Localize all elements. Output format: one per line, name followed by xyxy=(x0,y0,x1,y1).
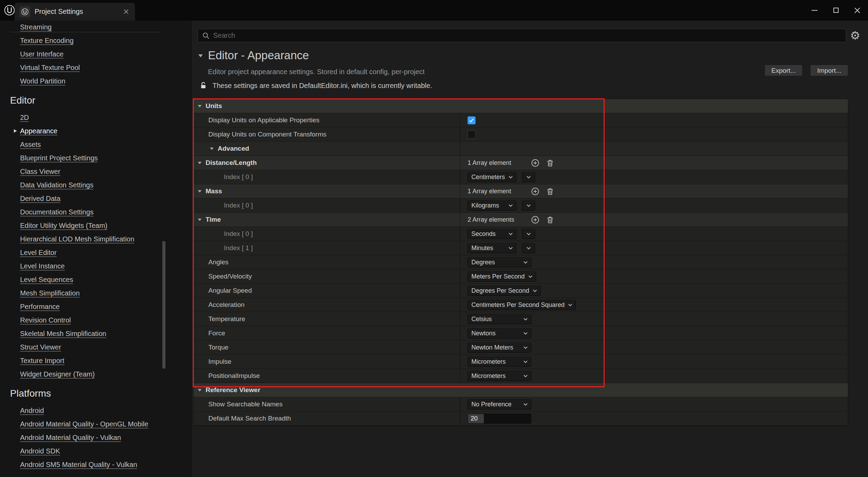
settings-row-units[interactable]: Units xyxy=(193,99,848,113)
checkbox-display-units-on-applicable-properties[interactable] xyxy=(468,116,476,124)
element-options-dropdown[interactable] xyxy=(522,201,535,211)
sidebar-item-assets[interactable]: Assets xyxy=(20,138,41,151)
torque-dropdown[interactable]: Newton Meters xyxy=(468,343,531,353)
sidebar-item-level-sequences[interactable]: Level Sequences xyxy=(20,273,73,286)
add-array-element-icon[interactable] xyxy=(531,158,540,168)
settings-row-angular-speed: Angular SpeedDegrees Per Second xyxy=(193,284,848,298)
settings-row-reference-viewer[interactable]: Reference Viewer xyxy=(193,383,848,397)
sidebar-item-2d[interactable]: 2D xyxy=(20,111,29,124)
search-bar xyxy=(198,29,846,42)
sidebar-item-documentation-settings[interactable]: Documentation Settings xyxy=(20,205,93,219)
add-array-element-icon[interactable] xyxy=(531,187,540,196)
config-file-note: These settings are saved in DefaultEdito… xyxy=(199,81,432,90)
positionalimpulse-dropdown[interactable]: Micrometers xyxy=(468,371,531,381)
row-value-cell xyxy=(460,142,848,156)
settings-row-advanced[interactable]: Advanced xyxy=(193,142,848,156)
minimize-button[interactable] xyxy=(808,4,821,17)
sidebar-item-level-editor[interactable]: Level Editor xyxy=(20,246,57,259)
speed-velocity-dropdown[interactable]: Meters Per Second xyxy=(468,272,536,282)
sidebar-item-android-sdk[interactable]: Android SDK xyxy=(20,444,60,458)
sidebar-item-revision-control[interactable]: Revision Control xyxy=(20,313,71,327)
row-label: Impulse xyxy=(208,358,232,365)
temperature-dropdown[interactable]: Celsius xyxy=(468,314,531,324)
sidebar-item-class-viewer[interactable]: Class Viewer xyxy=(20,165,60,178)
collapse-caret-icon[interactable] xyxy=(197,388,202,392)
seconds-dropdown[interactable]: Seconds xyxy=(468,229,516,239)
row-value-cell: 20 xyxy=(460,412,848,425)
angles-dropdown[interactable]: Degrees xyxy=(468,257,531,267)
unreal-engine-logo-icon xyxy=(3,4,16,16)
tab-title: Project Settings xyxy=(35,8,118,16)
selected-option-label: Minutes xyxy=(471,245,493,252)
element-options-dropdown[interactable] xyxy=(522,229,535,239)
delete-array-icon[interactable] xyxy=(545,158,555,168)
check-icon xyxy=(469,118,474,123)
default-max-search-breadth-input[interactable]: 20 xyxy=(468,414,531,424)
number-value: 20 xyxy=(468,414,484,423)
delete-array-icon[interactable] xyxy=(545,215,555,224)
tab-close-icon[interactable] xyxy=(122,8,130,16)
collapse-caret-icon[interactable] xyxy=(197,104,202,108)
angular-speed-dropdown[interactable]: Degrees Per Second xyxy=(468,286,541,296)
maximize-button[interactable] xyxy=(829,4,842,17)
sidebar-item-android-material-quality-opengl-mobile[interactable]: Android Material Quality - OpenGL Mobile xyxy=(20,417,148,431)
section-collapse-caret-icon[interactable] xyxy=(198,53,204,59)
sidebar-item-editor-utility-widgets-team[interactable]: Editor Utility Widgets (Team) xyxy=(20,219,107,232)
sidebar-item-derived-data[interactable]: Derived Data xyxy=(20,192,61,205)
chevron-down-icon xyxy=(508,204,513,207)
add-array-element-icon[interactable] xyxy=(531,215,540,224)
minutes-dropdown[interactable]: Minutes xyxy=(468,243,516,253)
sidebar-item-texture-import[interactable]: Texture Import xyxy=(20,354,64,368)
selected-option-label: Micrometers xyxy=(471,358,506,365)
force-dropdown[interactable]: Newtons xyxy=(468,328,531,338)
sidebar-item-texture-encoding[interactable]: Texture Encoding xyxy=(20,34,74,47)
show-searchable-names-dropdown[interactable]: No Preference xyxy=(468,399,531,409)
sidebar-item-android-material-quality-vulkan[interactable]: Android Material Quality - Vulkan xyxy=(20,431,121,444)
sidebar-item-skeletal-mesh-simplification[interactable]: Skeletal Mesh Simplification xyxy=(20,327,106,341)
settings-row-distance-length[interactable]: Distance/Length1 Array element xyxy=(193,156,848,170)
sidebar-item-virtual-texture-pool[interactable]: Virtual Texture Pool xyxy=(20,61,80,74)
sidebar-separator xyxy=(10,32,161,32)
row-label-cell: Impulse xyxy=(193,355,460,369)
sidebar-item-widget-designer-team[interactable]: Widget Designer (Team) xyxy=(20,368,95,381)
sidebar-item-blueprint-project-settings[interactable]: Blueprint Project Settings xyxy=(20,151,98,165)
kilograms-dropdown[interactable]: Kilograms xyxy=(468,201,516,211)
impulse-dropdown[interactable]: Micrometers xyxy=(468,357,531,367)
sidebar-item-appearance[interactable]: Appearance xyxy=(20,124,57,138)
sidebar-item-data-validation-settings[interactable]: Data Validation Settings xyxy=(20,178,93,192)
checkbox-display-units-on-component-transforms[interactable] xyxy=(468,131,476,139)
collapse-caret-icon[interactable] xyxy=(197,160,202,165)
sidebar-item-android[interactable]: Android xyxy=(20,404,44,417)
chevron-down-icon xyxy=(528,275,533,278)
search-input[interactable] xyxy=(213,32,842,39)
close-icon xyxy=(854,7,860,14)
sidebar-scrollbar-thumb[interactable] xyxy=(162,241,165,369)
window-content: StreamingTexture EncodingUser InterfaceV… xyxy=(0,20,868,477)
close-button[interactable] xyxy=(851,4,864,17)
sidebar-item-level-instance[interactable]: Level Instance xyxy=(20,259,65,273)
sidebar-item-struct-viewer[interactable]: Struct Viewer xyxy=(20,341,61,354)
row-value-cell: 2 Array elements xyxy=(460,213,848,227)
settings-row-mass[interactable]: Mass1 Array element xyxy=(193,184,848,198)
sidebar-section-header-platforms: Platforms xyxy=(10,385,51,402)
import-button[interactable]: Import... xyxy=(810,65,848,76)
element-options-dropdown[interactable] xyxy=(522,172,535,182)
sidebar-item-performance[interactable]: Performance xyxy=(20,300,60,313)
settings-gear-icon[interactable]: ⚙ xyxy=(850,29,860,42)
row-value-cell: No Preference xyxy=(460,397,848,411)
project-settings-tab[interactable]: Project Settings xyxy=(15,3,135,20)
sidebar-item-user-interface[interactable]: User Interface xyxy=(20,47,64,61)
settings-row-time[interactable]: Time2 Array elements xyxy=(193,213,848,227)
acceleration-dropdown[interactable]: Centimeters Per Second Squared xyxy=(468,300,576,310)
sidebar-item-mesh-simplification[interactable]: Mesh Simplification xyxy=(20,286,80,300)
sidebar-item-hierarchical-lod-mesh-simplification[interactable]: Hierarchical LOD Mesh Simplification xyxy=(20,232,134,246)
export-button[interactable]: Export... xyxy=(765,65,803,76)
sidebar-item-android-sm5-material-quality-vulkan[interactable]: Android SM5 Material Quality - Vulkan xyxy=(20,458,137,471)
collapse-caret-icon[interactable] xyxy=(197,217,202,222)
delete-array-icon[interactable] xyxy=(545,187,555,196)
sidebar-item-world-partition[interactable]: World Partition xyxy=(20,74,65,88)
centimeters-dropdown[interactable]: Centimeters xyxy=(468,172,516,182)
element-options-dropdown[interactable] xyxy=(522,243,535,253)
collapse-caret-icon[interactable] xyxy=(209,146,214,151)
collapse-caret-icon[interactable] xyxy=(197,189,202,194)
